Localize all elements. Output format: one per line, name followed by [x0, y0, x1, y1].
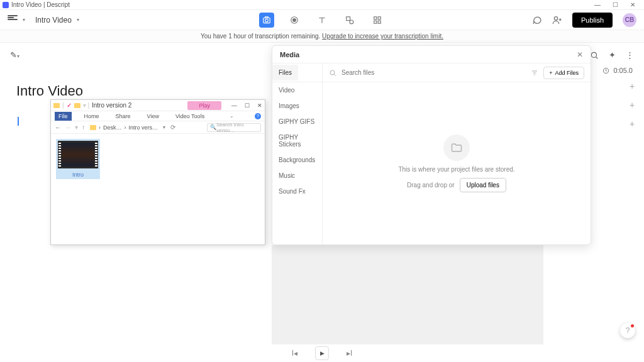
add-track-button[interactable]: + — [626, 80, 638, 92]
upload-files-button[interactable]: Upload files — [460, 178, 506, 192]
camera-tool-button[interactable] — [259, 13, 274, 28]
svg-point-4 — [293, 18, 296, 21]
file-explorer-window: | ✓ ▾ | Intro version 2 Play — ☐ ✕ File … — [50, 99, 265, 245]
media-panel: Media ✕ Files Video Images GIPHY GIFS GI… — [272, 45, 591, 245]
media-tab-files[interactable]: Files — [272, 65, 298, 80]
svg-point-1 — [265, 19, 269, 22]
search-icon[interactable] — [590, 51, 599, 60]
explorer-close[interactable]: ✕ — [257, 102, 262, 109]
layout-dropdown[interactable]: ▾ — [23, 17, 25, 23]
file-item-label: Intro — [56, 170, 100, 179]
grid-tool-button[interactable] — [370, 13, 385, 28]
video-thumbnail — [58, 141, 98, 168]
explorer-tab-videotools[interactable]: Video Tools — [172, 112, 208, 121]
explorer-maximize[interactable]: ☐ — [245, 102, 250, 109]
avatar[interactable]: CB — [623, 13, 636, 27]
drag-drop-text: Drag and drop or — [407, 182, 455, 189]
playback-controls: I◂ ▶ ▸I — [0, 344, 644, 362]
canvas-area[interactable] — [272, 245, 543, 346]
skip-forward-button[interactable]: ▸I — [347, 349, 352, 358]
shape-tool-button[interactable] — [342, 13, 357, 28]
explorer-play-tab[interactable]: Play — [187, 101, 221, 110]
media-tab-soundfx[interactable]: Sound Fx — [272, 184, 322, 199]
window-title: Intro Video | Descript — [11, 1, 70, 8]
media-tab-backgrounds[interactable]: Backgrounds — [272, 152, 322, 168]
explorer-tab-file[interactable]: File — [55, 112, 72, 121]
project-dropdown[interactable]: ▾ — [77, 17, 79, 23]
transcription-banner: You have 1 hour of transcription remaini… — [0, 30, 644, 43]
project-name[interactable]: Intro Video — [35, 16, 72, 25]
record-tool-button[interactable] — [287, 13, 302, 28]
empty-state-text: This is where your project files are sto… — [398, 166, 514, 173]
app-icon — [3, 2, 9, 8]
svg-rect-8 — [378, 16, 380, 19]
window-maximize[interactable]: ☐ — [606, 0, 624, 10]
comment-icon[interactable] — [532, 15, 542, 25]
file-item[interactable]: Intro — [56, 139, 100, 179]
clock-icon — [602, 67, 609, 74]
explorer-refresh-icon[interactable]: ⟳ — [170, 124, 175, 131]
publish-button[interactable]: Publish — [572, 13, 613, 28]
layout-menu-icon[interactable] — [8, 15, 18, 25]
magic-icon[interactable]: ✦ — [609, 50, 616, 60]
breadcrumb[interactable]: ›Desk… ›Intro vers… — [90, 124, 158, 131]
add-track-button[interactable]: + — [626, 99, 638, 111]
media-search-input[interactable] — [341, 69, 526, 76]
explorer-back[interactable]: ← — [55, 124, 61, 131]
explorer-history[interactable]: ▾ — [75, 124, 78, 131]
window-close[interactable]: ✕ — [624, 0, 641, 10]
help-fab[interactable]: ? — [620, 323, 635, 338]
banner-text: You have 1 hour of transcription remaini… — [201, 33, 322, 40]
folder-icon — [53, 103, 60, 108]
svg-rect-10 — [378, 21, 380, 23]
close-icon[interactable]: ✕ — [577, 50, 583, 59]
media-tab-images[interactable]: Images — [272, 98, 322, 114]
edit-mode-icon[interactable]: ✎▾ — [10, 50, 19, 60]
explorer-forward[interactable]: → — [65, 124, 71, 131]
media-tab-video[interactable]: Video — [272, 82, 322, 98]
svg-rect-7 — [374, 16, 377, 19]
skip-back-button[interactable]: I◂ — [292, 349, 297, 358]
svg-rect-5 — [347, 16, 350, 20]
svg-point-14 — [330, 70, 335, 75]
explorer-tab-view[interactable]: View — [143, 112, 163, 121]
banner-upgrade-link[interactable]: Upgrade to increase your transcription l… — [322, 33, 443, 40]
media-tab-giphy-gifs[interactable]: GIPHY GIFS — [272, 114, 322, 129]
explorer-title: Intro version 2 — [92, 102, 131, 109]
add-track-button[interactable]: + — [626, 118, 638, 129]
svg-point-6 — [350, 20, 353, 24]
explorer-tab-share[interactable]: Share — [112, 112, 135, 121]
explorer-search-input[interactable]: 🔍 Search Intro versio… — [207, 123, 261, 132]
svg-rect-9 — [374, 21, 377, 23]
folder-icon — [74, 103, 80, 108]
svg-point-12 — [591, 52, 596, 57]
folder-icon — [443, 134, 470, 161]
page-title[interactable]: Intro Video — [16, 83, 83, 99]
text-cursor — [18, 117, 19, 126]
more-menu-icon[interactable]: ⋮ — [626, 50, 634, 60]
explorer-minimize[interactable]: — — [231, 102, 237, 109]
window-titlebar: Intro Video | Descript — ☐ ✕ — [0, 0, 644, 10]
search-icon — [329, 69, 336, 77]
explorer-tab-home[interactable]: Home — [80, 112, 103, 121]
timecode: 0:05.0 — [602, 67, 633, 74]
media-panel-title: Media — [280, 51, 299, 58]
add-files-button[interactable]: + Add Files — [543, 67, 584, 79]
media-tab-giphy-stickers[interactable]: GIPHY Stickers — [272, 129, 322, 152]
text-tool-button[interactable] — [314, 13, 330, 28]
svg-rect-2 — [265, 16, 269, 18]
window-minimize[interactable]: — — [589, 0, 606, 10]
main-toolbar: ▾ Intro Video ▾ Publish CB — [0, 10, 644, 30]
filter-icon[interactable] — [531, 69, 538, 77]
play-button[interactable]: ▶ — [315, 346, 329, 360]
svg-point-11 — [554, 16, 557, 19]
share-user-icon[interactable] — [552, 15, 562, 25]
media-tab-music[interactable]: Music — [272, 168, 322, 184]
explorer-help-icon[interactable]: ? — [255, 113, 261, 119]
explorer-up[interactable]: ↑ — [82, 124, 85, 131]
timecode-value: 0:05.0 — [613, 67, 633, 74]
